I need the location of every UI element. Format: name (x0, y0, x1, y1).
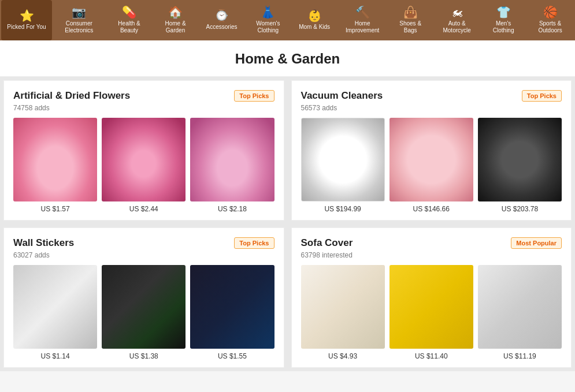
womens-clothing-icon: 👗 (261, 6, 275, 18)
product-item[interactable]: US $194.99 (301, 118, 385, 213)
product-image-inner (13, 118, 97, 201)
product-image-inner (389, 118, 473, 201)
nav-item-mens-clothing[interactable]: 👕 Men's Clothing (480, 0, 526, 40)
nav-item-health-beauty[interactable]: 💊 Health & Beauty (106, 0, 153, 40)
category-header: Vacuum Cleaners Top Picks (301, 90, 562, 102)
product-item[interactable]: US $11.19 (478, 265, 562, 360)
home-garden-icon: 🏠 (168, 6, 183, 18)
category-adds: 63027 adds (13, 251, 274, 259)
nav-item-auto-motorcycle[interactable]: 🏍 Auto & Motorcycle (433, 0, 480, 40)
nav-item-home-garden[interactable]: 🏠 Home & Garden (153, 0, 199, 40)
nav-item-accessories[interactable]: ⌚ Accessories (199, 0, 245, 40)
home-improvement-icon: 🔨 (355, 6, 370, 18)
product-price: US $11.19 (503, 352, 536, 360)
mom-kids-icon: 👶 (307, 10, 322, 21)
shoes-bags-label: Shoes & Bags (393, 20, 428, 34)
category-adds: 74758 adds (13, 104, 274, 112)
product-item[interactable]: US $1.55 (190, 265, 274, 360)
product-image (301, 265, 385, 349)
products-row: US $194.99 US $146.66 US $203.78 (301, 118, 562, 213)
product-image-inner (389, 265, 473, 349)
auto-motorcycle-icon: 🏍 (451, 6, 463, 18)
health-beauty-icon: 💊 (122, 6, 136, 18)
product-price: US $1.57 (41, 205, 70, 213)
product-image-inner (478, 118, 562, 201)
nav-item-consumer-electronics[interactable]: 📷 Consumer Electronics (52, 0, 106, 40)
category-header: Sofa Cover Most Popular (301, 237, 562, 249)
consumer-electronics-label: Consumer Electronics (58, 20, 101, 34)
product-image (102, 118, 186, 201)
product-price: US $203.78 (502, 205, 538, 213)
womens-clothing-label: Women's Clothing (251, 20, 286, 34)
product-item[interactable]: US $203.78 (478, 118, 562, 213)
category-card-sofa-cover: Sofa Cover Most Popular 63798 interested… (291, 227, 572, 368)
product-image (301, 118, 385, 201)
product-image (389, 118, 473, 201)
category-adds: 63798 interested (301, 251, 562, 259)
mens-clothing-label: Men's Clothing (486, 20, 521, 34)
accessories-label: Accessories (206, 24, 238, 31)
product-price: US $1.14 (41, 352, 70, 360)
accessories-icon: ⌚ (214, 10, 229, 21)
picked-for-you-label: Picked For You (7, 24, 46, 31)
nav-item-picked-for-you[interactable]: ⭐ Picked For You (1, 0, 52, 40)
product-image (190, 118, 274, 201)
category-card-artificial-dried-flowers: Artificial & Dried Flowers Top Picks 747… (3, 80, 284, 221)
product-item[interactable]: US $146.66 (389, 118, 473, 213)
product-item[interactable]: US $2.18 (190, 118, 274, 213)
product-price: US $146.66 (413, 205, 450, 213)
product-image-inner (190, 118, 274, 201)
product-price: US $11.40 (415, 352, 448, 360)
product-item[interactable]: US $11.40 (389, 265, 473, 360)
nav-item-sports-outdoors[interactable]: 🏀 Sports & Outdoors (526, 0, 574, 40)
nav-item-mom-kids[interactable]: 👶 Mom & Kids (291, 0, 337, 40)
product-price: US $194.99 (324, 205, 361, 213)
nav-item-womens-clothing[interactable]: 👗 Women's Clothing (245, 0, 292, 40)
product-price: US $2.44 (129, 205, 158, 213)
product-image (190, 265, 274, 349)
category-badge: Top Picks (522, 90, 562, 102)
mens-clothing-icon: 👕 (496, 6, 511, 18)
product-image-inner (102, 118, 186, 201)
product-image-inner (302, 118, 384, 201)
product-item[interactable]: US $1.38 (102, 265, 186, 360)
home-garden-label: Home & Garden (158, 20, 193, 34)
category-card-vacuum-cleaners: Vacuum Cleaners Top Picks 56573 adds US … (291, 80, 572, 221)
picked-for-you-icon: ⭐ (20, 10, 34, 21)
category-adds: 56573 adds (301, 104, 562, 112)
category-title: Sofa Cover (301, 237, 353, 249)
product-price: US $4.93 (328, 352, 357, 360)
product-image-inner (13, 265, 97, 349)
health-beauty-label: Health & Beauty (112, 20, 147, 34)
product-image (13, 265, 97, 349)
products-row: US $1.14 US $1.38 US $1.55 (13, 265, 274, 360)
nav-item-shoes-bags[interactable]: 👜 Shoes & Bags (387, 0, 433, 40)
sports-outdoors-label: Sports & Outdoors (532, 20, 568, 34)
product-price: US $2.18 (218, 205, 247, 213)
product-item[interactable]: US $1.14 (13, 265, 97, 360)
consumer-electronics-icon: 📷 (72, 6, 86, 18)
category-badge: Top Picks (234, 237, 274, 249)
product-item[interactable]: US $4.93 (301, 265, 385, 360)
category-grid: Artificial & Dried Flowers Top Picks 747… (0, 77, 575, 371)
page-title-text: Home & Garden (235, 51, 340, 66)
product-price: US $1.38 (129, 352, 158, 360)
products-row: US $4.93 US $11.40 US $11.19 (301, 265, 562, 360)
mom-kids-label: Mom & Kids (299, 24, 330, 31)
product-item[interactable]: US $2.44 (102, 118, 186, 213)
product-image (389, 265, 473, 349)
auto-motorcycle-label: Auto & Motorcycle (439, 20, 474, 34)
product-item[interactable]: US $1.57 (13, 118, 97, 213)
product-image-inner (102, 265, 186, 349)
category-header: Artificial & Dried Flowers Top Picks (13, 90, 274, 102)
product-image-inner (190, 265, 274, 349)
product-price: US $1.55 (218, 352, 247, 360)
category-title: Vacuum Cleaners (301, 90, 383, 102)
shoes-bags-icon: 👜 (403, 6, 418, 18)
products-row: US $1.57 US $2.44 US $2.18 (13, 118, 274, 213)
category-header: Wall Stickers Top Picks (13, 237, 274, 249)
nav-item-home-improvement[interactable]: 🔨 Home Improvement (337, 0, 387, 40)
category-badge: Most Popular (511, 237, 562, 249)
navigation: ⭐ Picked For You 📷 Consumer Electronics … (0, 0, 575, 40)
product-image-inner (478, 265, 562, 349)
